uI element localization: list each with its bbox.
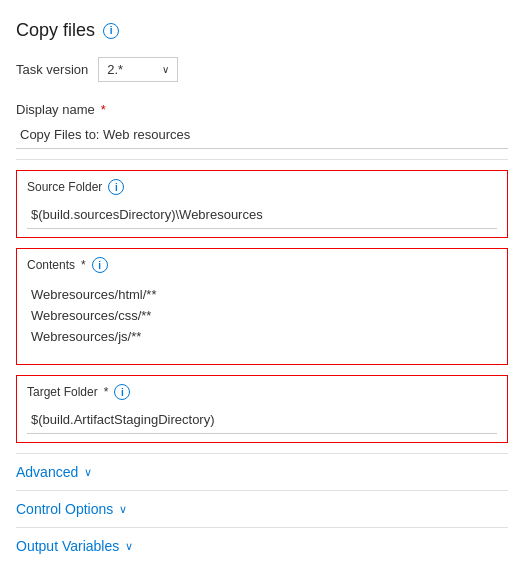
contents-required: *: [81, 258, 86, 272]
source-folder-input[interactable]: [27, 201, 497, 229]
page-title-info-icon[interactable]: i: [103, 23, 119, 39]
task-version-chevron-icon: ∨: [162, 64, 169, 75]
display-name-label: Display name *: [16, 102, 508, 117]
sections-wrapper: Source Folder i Contents * i Target Fold…: [16, 170, 508, 443]
divider-1: [16, 159, 508, 160]
contents-info-icon[interactable]: i: [92, 257, 108, 273]
target-folder-section: Target Folder * i: [16, 375, 508, 443]
advanced-collapsible[interactable]: Advanced ∨: [16, 453, 508, 490]
contents-label: Contents * i: [27, 257, 497, 273]
display-name-required: *: [101, 102, 106, 117]
contents-section: Contents * i: [16, 248, 508, 365]
source-folder-info-icon[interactable]: i: [108, 179, 124, 195]
task-version-value: 2.*: [107, 62, 123, 77]
control-options-chevron-icon: ∨: [119, 503, 127, 516]
task-version-label: Task version: [16, 62, 88, 77]
contents-input[interactable]: [27, 279, 497, 353]
source-folder-label: Source Folder i: [27, 179, 497, 195]
output-variables-collapsible[interactable]: Output Variables ∨: [16, 527, 508, 564]
target-folder-input[interactable]: [27, 406, 497, 434]
task-version-row: Task version 2.* ∨: [16, 57, 508, 82]
control-options-collapsible[interactable]: Control Options ∨: [16, 490, 508, 527]
target-folder-required: *: [104, 385, 109, 399]
display-name-section: Display name *: [16, 102, 508, 149]
target-folder-info-icon[interactable]: i: [114, 384, 130, 400]
page-title: Copy files i: [16, 20, 508, 41]
target-folder-label: Target Folder * i: [27, 384, 497, 400]
page-title-text: Copy files: [16, 20, 95, 41]
output-variables-chevron-icon: ∨: [125, 540, 133, 553]
advanced-chevron-icon: ∨: [84, 466, 92, 479]
output-variables-label: Output Variables: [16, 538, 119, 554]
display-name-input[interactable]: [16, 121, 508, 149]
advanced-label: Advanced: [16, 464, 78, 480]
source-folder-section: Source Folder i: [16, 170, 508, 238]
control-options-label: Control Options: [16, 501, 113, 517]
task-version-select[interactable]: 2.* ∨: [98, 57, 178, 82]
